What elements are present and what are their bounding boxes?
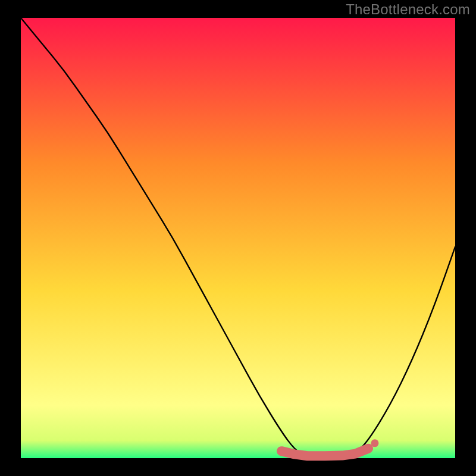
marker-end-dot xyxy=(371,439,378,447)
chart-frame: { "watermark": "TheBottleneck.com", "col… xyxy=(0,0,476,476)
watermark-text: TheBottleneck.com xyxy=(346,1,470,18)
bottleneck-chart xyxy=(0,0,476,476)
gradient-background xyxy=(21,18,455,458)
